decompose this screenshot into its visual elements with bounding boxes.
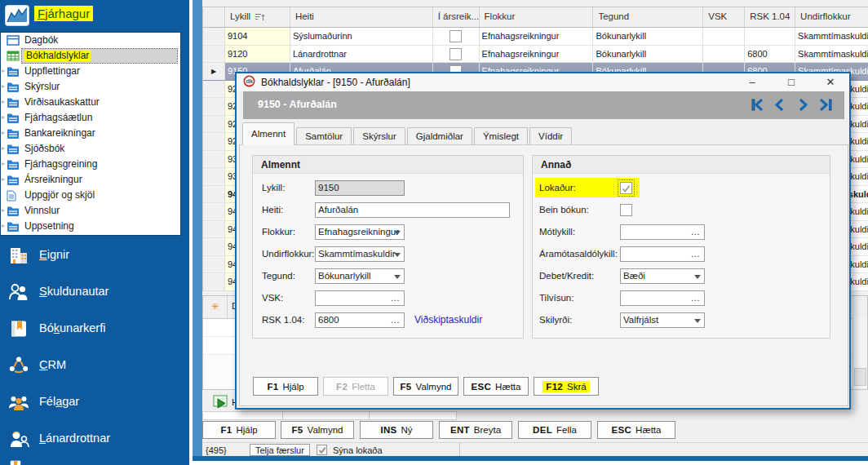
ellipsis-button[interactable]: … [391, 313, 401, 327]
nav-last-icon[interactable] [816, 98, 833, 112]
maximize-button[interactable]: □ [779, 73, 804, 91]
dialog-button-hætta[interactable]: ESCHætta [463, 377, 529, 396]
sidebar-tree-item-sj-sb-k[interactable]: ▸Sjóðsbók [1, 141, 180, 157]
column-header-Heiti[interactable]: Heiti [290, 7, 433, 27]
count-records-button[interactable]: Telja færslur [250, 444, 310, 456]
sidebar-module-eignir[interactable]: Eignir [0, 245, 189, 269]
dropdown-arrow-icon[interactable] [394, 275, 401, 279]
sidebar-module-skuldunautar[interactable]: Skuldunautar [0, 281, 189, 306]
field-mótlykill-lookup[interactable]: … [620, 224, 705, 240]
sidebar-module-lánardrottnar[interactable]: Lánardrottnar [0, 428, 189, 453]
dropdown-arrow-icon[interactable] [394, 253, 401, 257]
tab-gjaldmiðlar[interactable]: Gjaldmiðlar [407, 127, 472, 145]
sidebar-module-félagar[interactable]: Félagar [0, 392, 189, 416]
button-hætta[interactable]: ESCHætta [597, 421, 675, 439]
sidebar-tree-item-uppgj-r-og-skj-l[interactable]: Uppgjör og skjöl [1, 188, 180, 203]
expander-icon[interactable]: ▸ [2, 206, 5, 214]
column-header-Flokkur[interactable]: Flokkur [480, 7, 594, 27]
sidebar-tree-item-uppflettingar[interactable]: ▸Uppflettingar [1, 64, 180, 79]
dialog-button-valmynd[interactable]: F5Valmynd [393, 377, 458, 396]
field-debet/kredit-dropdown[interactable]: Bæði [620, 268, 705, 284]
column-header-Undirflokkur[interactable]: Undirflokkur [795, 7, 868, 27]
checkbox-beinbókun[interactable] [620, 204, 632, 216]
sidebar-tree-item-bankareikningar[interactable]: ▸Bankareikningar [1, 126, 180, 141]
tab-víddir[interactable]: Víddir [529, 127, 572, 145]
field-heiti-input[interactable]: Afurðalán [315, 202, 510, 218]
scrollbar-thumb[interactable] [854, 368, 866, 386]
button-key: F1 [267, 382, 278, 392]
expander-icon[interactable]: ▸ [2, 160, 5, 167]
field-lykill-input[interactable]: 9150 [315, 180, 405, 196]
column-header-RSK 1.04[interactable]: RSK 1.04 [745, 7, 795, 27]
expander-icon[interactable]: ▸ [2, 222, 5, 229]
tab-skýrslur[interactable]: Skýrslur [353, 127, 405, 145]
button-breyta[interactable]: ENTBreyta [439, 421, 512, 439]
sidebar-tree-item-fj-rhagsgreining[interactable]: ▸Fjárhagsgreining [1, 157, 180, 172]
row-checkbox[interactable] [450, 30, 462, 42]
dropdown-arrow-icon[interactable] [694, 319, 701, 323]
dropdown-arrow-icon[interactable] [694, 275, 701, 279]
row-checkbox[interactable] [450, 48, 462, 60]
table-row[interactable]: 9104SýslumaðurinnEfnahagsreikningurBókun… [203, 28, 868, 46]
column-header-VSK[interactable]: VSK [703, 7, 745, 27]
field-vsk-lookup[interactable]: … [315, 290, 405, 306]
sidebar-module-bókunarkerfi[interactable]: Bókunarkerfi [0, 318, 189, 343]
sidebar-tree-item-fj-rhags-tlun[interactable]: ▸Fjárhagsáætlun [1, 110, 180, 126]
sidebar-tree-item-sk-rslur[interactable]: ▸Skýrslur [1, 79, 180, 95]
button-hjálp[interactable]: F1Hjálp [202, 421, 276, 439]
in-annual-report-cell [433, 28, 480, 46]
ellipsis-button[interactable]: … [691, 247, 702, 261]
column-header-Lykill[interactable]: Lykill [225, 7, 290, 27]
expander-icon[interactable]: ▸ [2, 175, 5, 183]
tab-ýmislegt[interactable]: Ýmislegt [474, 127, 528, 145]
column-header-Tegund[interactable]: Tegund [593, 7, 703, 27]
field-flokkur-dropdown[interactable]: Efnahagsreikningur [315, 224, 405, 240]
field-áramótasaldólykill-lookup[interactable]: … [620, 246, 705, 262]
expander-icon[interactable]: ▸ [2, 67, 5, 74]
dialog-title: Bókhaldslyklar - [9150 - Afurðalán] [261, 77, 410, 88]
field-tegund-dropdown[interactable]: Bókunarlykill [315, 268, 405, 284]
sidebar-tree-item-vinnslur[interactable]: ▸Vinnslur [1, 203, 180, 219]
checkbox-lokaður[interactable] [620, 182, 632, 194]
close-button[interactable]: ✕ [818, 73, 843, 91]
tab-almennt[interactable]: Almennt [242, 122, 294, 145]
show-closed-checkbox[interactable] [317, 445, 327, 455]
button-valmynd[interactable]: F5Valmynd [281, 421, 354, 439]
dropdown-arrow-icon[interactable] [394, 231, 401, 235]
sidebar-tree-item-dagb-k[interactable]: Dagbók [1, 33, 180, 48]
sidebar-tree-item-uppsetning[interactable]: ▸Uppsetning [1, 219, 180, 234]
column-header-label: Heiti [295, 11, 314, 21]
expander-icon[interactable]: ▸ [2, 129, 5, 136]
ellipsis-button[interactable]: … [391, 291, 401, 305]
dialog-button-hjálp[interactable]: F1Hjálp [253, 377, 318, 396]
expander-icon[interactable]: ▸ [2, 82, 5, 90]
ellipsis-button[interactable]: … [691, 291, 702, 305]
account-edit-dialog: dk Bókhaldslyklar - [9150 - Afurðalán] –… [235, 72, 851, 410]
sidebar-tree-item-b-khaldslyklar[interactable]: Bókhaldslyklar [1, 48, 180, 64]
column-header-Í ársreik...[interactable]: Í ársreik... [433, 7, 480, 27]
sidebar-tree-item-vir-isaukaskattur[interactable]: ▸Virðisaukaskattur [1, 95, 180, 110]
column-header-selector[interactable] [203, 7, 225, 27]
field-rsk104-lookup[interactable]: 6800… [315, 312, 405, 328]
field-tilvísun-lookup[interactable]: … [620, 290, 705, 306]
button-fella[interactable]: DELFella [518, 421, 591, 439]
sidebar-module-crm[interactable]: CRM [0, 355, 189, 379]
field-skilyrði-dropdown[interactable]: Valfrjálst [620, 312, 705, 328]
field-undirflokkur-dropdown[interactable]: Skammtímaskuldir [315, 246, 405, 262]
tab-samtölur[interactable]: Samtölur [296, 127, 352, 145]
minimize-button[interactable]: – [740, 73, 764, 91]
sidebar-tree-item--rsreikningur[interactable]: ▸Ársreikningur [1, 172, 180, 188]
nav-previous-icon[interactable] [772, 98, 789, 112]
dialog-button-skrá[interactable]: F12Skrá [534, 377, 599, 396]
expander-icon[interactable]: ▸ [2, 98, 5, 105]
expander-icon[interactable]: ▸ [2, 113, 5, 121]
button-key: F5 [292, 425, 303, 435]
subpanel-scrollbar[interactable] [852, 318, 867, 389]
dialog-button-fletta[interactable]: F2Fletta [323, 377, 388, 396]
nav-next-icon[interactable] [794, 98, 811, 112]
nav-first-icon[interactable] [750, 98, 767, 112]
table-row[interactable]: 9120LánardrottnarEfnahagsreikningurBókun… [203, 46, 868, 64]
expander-icon[interactable]: ▸ [2, 144, 5, 152]
button-ný[interactable]: INSNý [360, 421, 433, 439]
ellipsis-button[interactable]: … [691, 225, 702, 239]
